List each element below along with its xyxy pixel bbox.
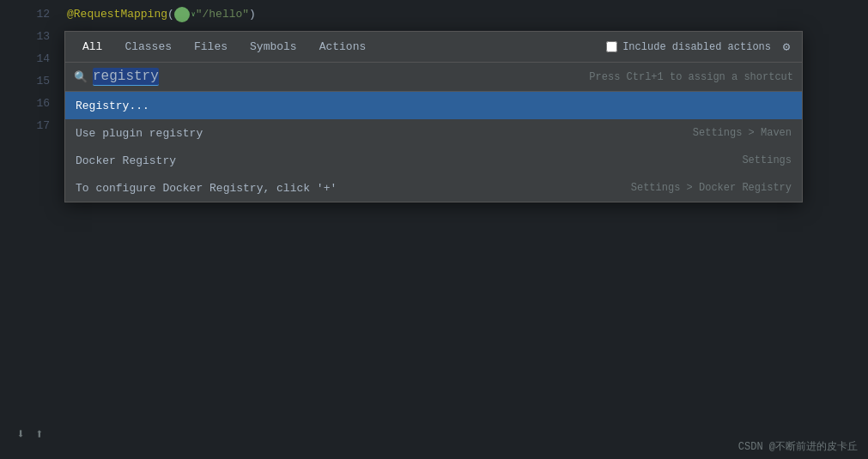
result-item-name: Docker Registry: [76, 154, 742, 167]
code-line-12: @RequestMapping(∨"/hello"): [67, 3, 868, 26]
search-input-container: registry: [93, 68, 159, 86]
include-disabled-checkbox[interactable]: [606, 41, 617, 52]
result-item-location: Settings > Maven: [693, 127, 792, 139]
search-popup: All Classes Files Symbols Actions Includ…: [64, 31, 803, 202]
tab-all[interactable]: All: [72, 35, 112, 58]
side-icons: ⬇ ⬆: [0, 416, 60, 459]
include-disabled-container: Include disabled actions: [606, 41, 771, 53]
search-shortcut-hint: Press Ctrl+1 to assign a shortcut: [589, 71, 793, 83]
result-item-docker-registry[interactable]: Docker Registry Settings: [65, 147, 802, 174]
search-highlight: registry: [93, 68, 159, 86]
results-list: Registry... Use plugin registry Settings…: [65, 92, 802, 202]
search-bar: 🔍 registry Press Ctrl+1 to assign a shor…: [65, 63, 802, 92]
tab-actions[interactable]: Actions: [309, 35, 377, 58]
upload-icon[interactable]: ⬆: [35, 426, 44, 443]
result-item-name: Registry...: [76, 100, 792, 112]
include-disabled-label: Include disabled actions: [622, 41, 771, 53]
tab-classes[interactable]: Classes: [114, 35, 182, 58]
result-item-location: Settings > Docker Registry: [631, 182, 792, 194]
search-icon: 🔍: [74, 70, 88, 84]
spring-icon: [174, 7, 190, 22]
bottom-bar: CSDN @不断前进的皮卡丘: [0, 433, 868, 459]
tab-symbols[interactable]: Symbols: [240, 35, 307, 58]
line-numbers: 12 13 14 15 16 17: [0, 0, 60, 459]
result-item-name: To configure Docker Registry, click '+': [76, 182, 631, 195]
tab-bar: All Classes Files Symbols Actions Includ…: [65, 32, 802, 63]
download-icon[interactable]: ⬇: [16, 426, 25, 443]
result-item-configure-docker-registry[interactable]: To configure Docker Registry, click '+' …: [65, 174, 802, 202]
result-item-location: Settings: [742, 154, 792, 166]
result-item-name: Use plugin registry: [76, 127, 693, 140]
bottom-text: CSDN @不断前进的皮卡丘: [738, 439, 858, 454]
tab-files[interactable]: Files: [184, 35, 238, 58]
result-item-registry[interactable]: Registry...: [65, 92, 802, 119]
result-item-use-plugin-registry[interactable]: Use plugin registry Settings > Maven: [65, 119, 802, 147]
settings-icon[interactable]: ⚙: [778, 39, 795, 56]
annotation-text: @RequestMapping: [67, 8, 167, 21]
